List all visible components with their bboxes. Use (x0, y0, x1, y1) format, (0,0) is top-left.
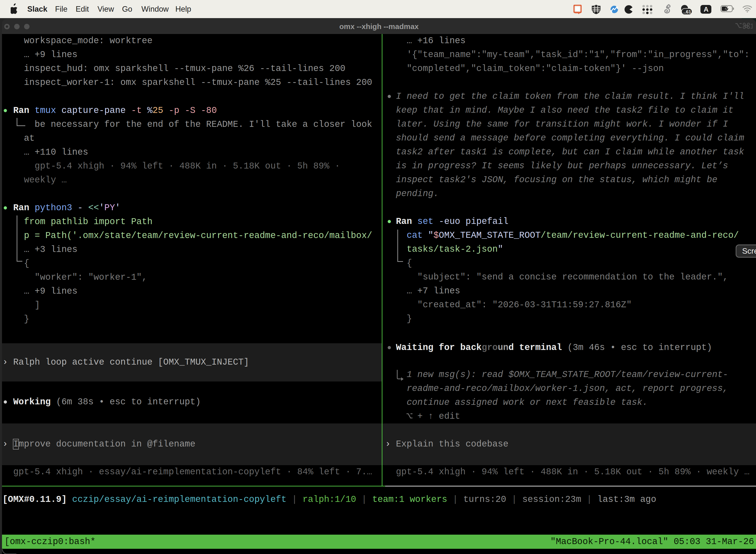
svg-text:1: 1 (750, 22, 753, 30)
svg-text:A: A (704, 6, 709, 13)
svg-text:..61: ..61 (683, 9, 691, 14)
